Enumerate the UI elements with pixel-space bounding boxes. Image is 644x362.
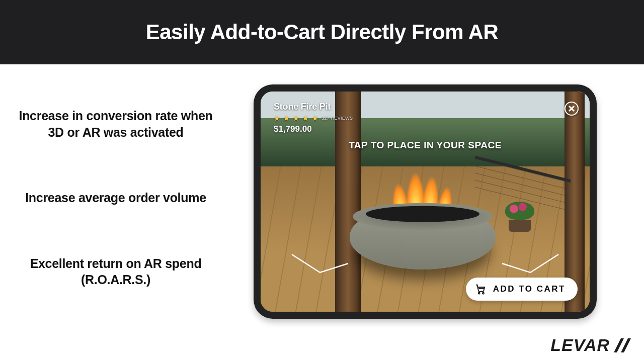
cart-icon (475, 284, 486, 295)
star-icon: ★ (274, 114, 280, 122)
tap-to-place-hint: TAP TO PLACE IN YOUR SPACE (261, 140, 590, 151)
main-content: Increase in conversion rate when 3D or A… (0, 64, 644, 336)
close-button[interactable] (565, 102, 579, 116)
benefits-list: Increase in conversion rate when 3D or A… (15, 84, 221, 288)
star-icon: ★ (312, 114, 318, 122)
ar-product-firepit[interactable] (350, 205, 501, 269)
star-icon: ★ (293, 114, 299, 122)
svg-point-3 (482, 293, 484, 294)
benefit-item: Excellent return on AR spend (R.O.A.R.S.… (15, 255, 216, 288)
star-icon: ★ (302, 114, 309, 122)
ar-screen[interactable]: Stone Fire Pit ★ ★ ★ ★ ★ 327 REVIEWS $1,… (261, 92, 590, 312)
brand-mark-icon (614, 338, 631, 352)
review-count: 327 REVIEWS (321, 116, 353, 121)
close-icon (568, 105, 575, 112)
add-to-cart-button[interactable]: ADD TO CART (466, 278, 578, 301)
header-bar: Easily Add-to-Cart Directly From AR (0, 0, 644, 64)
brand-logo: LEVAR (550, 335, 631, 355)
add-to-cart-label: ADD TO CART (493, 284, 566, 294)
page-title: Easily Add-to-Cart Directly From AR (146, 20, 499, 44)
star-icon: ★ (283, 114, 290, 122)
product-price: $1,799.00 (274, 124, 353, 134)
tablet-frame: Stone Fire Pit ★ ★ ★ ★ ★ 327 REVIEWS $1,… (254, 84, 597, 319)
product-name: Stone Fire Pit (274, 102, 353, 112)
benefit-item: Increase in conversion rate when 3D or A… (15, 108, 216, 140)
svg-point-2 (478, 293, 479, 294)
rating-row: ★ ★ ★ ★ ★ 327 REVIEWS (274, 114, 353, 122)
benefit-item: Increase average order volume (15, 190, 216, 206)
device-preview-area: Stone Fire Pit ★ ★ ★ ★ ★ 327 REVIEWS $1,… (221, 84, 629, 319)
product-info-overlay: Stone Fire Pit ★ ★ ★ ★ ★ 327 REVIEWS $1,… (274, 102, 353, 134)
scene-planter (505, 202, 534, 232)
brand-name: LEVAR (550, 335, 610, 355)
